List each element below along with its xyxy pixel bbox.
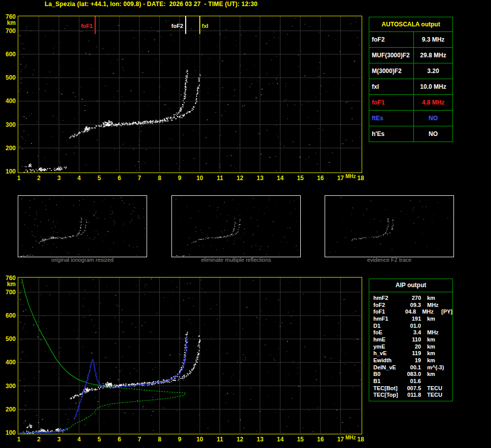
aip-param-name: foF2 (373, 302, 404, 308)
svg-text:MHz: MHz (345, 435, 356, 440)
svg-text:3: 3 (57, 436, 61, 443)
autoscala-row-label: MUF(3000)F2 (369, 48, 413, 63)
svg-text:14: 14 (277, 175, 284, 182)
aip-param-name: B1 (373, 378, 404, 384)
autoscala-row: M(3000)F23.20 (369, 63, 452, 79)
aip-row: DelN_vE00.1m^(-3) (369, 364, 452, 371)
svg-text:400: 400 (6, 359, 16, 366)
svg-text:11: 11 (217, 436, 223, 443)
aip-param-unit: km (427, 350, 447, 356)
thumbnail-ionogram-2 (171, 195, 301, 257)
svg-text:12: 12 (236, 175, 243, 182)
svg-text:17: 17 (337, 175, 344, 182)
aip-param-unit: MHz (422, 308, 440, 315)
aip-param-name: foE (373, 329, 404, 335)
thumbnail-caption: original ionogram resized (18, 257, 147, 263)
autoscala-row-label: foF1 (369, 95, 413, 110)
svg-text:600: 600 (6, 51, 16, 58)
aip-param-name: B0 (373, 371, 404, 377)
aip-param-unit: km (427, 371, 447, 377)
aip-row: B101.6 (369, 377, 452, 385)
svg-text:9: 9 (178, 175, 182, 182)
aip-param-name: hmF1 (373, 316, 404, 322)
aip-param-unit: km (427, 343, 447, 350)
svg-text:km: km (7, 281, 16, 288)
aip-row: foF104.8MHz[PY] (369, 308, 452, 315)
svg-text:500: 500 (6, 74, 16, 81)
svg-text:15: 15 (297, 436, 304, 443)
aip-param-name: Ewidth (373, 357, 404, 363)
svg-text:3: 3 (57, 175, 61, 182)
aip-param-name: foF1 (373, 308, 401, 315)
autoscala-row-value: NO (413, 126, 452, 142)
svg-text:14: 14 (277, 436, 284, 443)
aip-table-title: AIP output (369, 279, 452, 292)
aip-param-unit: TECU (427, 385, 447, 391)
autoscala-row-value: 9.3 MHz (413, 32, 452, 47)
aip-output-table: AIP output hmF2270kmfoF209.3MHzfoF104.8M… (369, 279, 453, 401)
autoscala-row-label: ftEs (369, 111, 413, 126)
aip-param-value: 00.1 (404, 364, 421, 370)
aip-table-body: hmF2270kmfoF209.3MHzfoF104.8MHz[PY]hmF11… (369, 294, 452, 398)
svg-text:km: km (7, 19, 16, 26)
svg-text:100: 100 (6, 429, 16, 436)
thumbnail-ionogram-3 (325, 195, 454, 257)
svg-text:2: 2 (37, 436, 41, 443)
autoscala-table-body: foF29.3 MHzMUF(3000)F229.8 MHzM(3000)F23… (369, 32, 452, 142)
svg-text:fxI: fxI (202, 23, 208, 29)
svg-text:17: 17 (337, 436, 344, 443)
svg-text:16: 16 (317, 436, 324, 443)
thumbnail-caption: evidence F2 trace (325, 257, 454, 263)
svg-text:200: 200 (6, 406, 16, 413)
aip-param-unit: km (427, 316, 447, 322)
aip-row: foE3.4MHz (369, 329, 452, 336)
autoscala-row-label: fxI (369, 79, 413, 94)
aip-param-unit: TECU (427, 392, 447, 398)
svg-text:300: 300 (6, 383, 16, 390)
svg-text:4: 4 (78, 175, 81, 182)
top-ionogram-plot: foF1foF2fxI760700600500400300200100km123… (0, 10, 370, 189)
svg-text:10: 10 (196, 436, 203, 443)
svg-text:11: 11 (217, 175, 223, 182)
svg-text:700: 700 (6, 27, 16, 35)
autoscala-row: MUF(3000)F229.8 MHz (369, 48, 452, 63)
svg-text:700: 700 (6, 289, 16, 296)
station-header: La_Spezia (lat: +44.1, lon: 009.8) - DAT… (45, 1, 258, 8)
aip-param-name: D1 (373, 323, 404, 329)
aip-row: B0083.0km (369, 371, 452, 378)
aip-param-unit: km (427, 357, 447, 363)
svg-text:600: 600 (6, 312, 16, 319)
aip-row: TEC[Bot]007.5TECU (369, 385, 452, 392)
aip-param-unit: km (427, 295, 447, 301)
svg-text:7: 7 (138, 175, 142, 182)
svg-text:15: 15 (297, 175, 304, 182)
thumbnail-caption: eliminate multiple reflections (171, 257, 301, 263)
aip-param-name: TEC[Top] (373, 392, 404, 398)
autoscala-table-title: AUTOSCALA output (369, 17, 452, 32)
svg-text:6: 6 (118, 436, 121, 443)
aip-row: hmE110km (369, 336, 452, 343)
aip-param-unit: m^(-3) (427, 364, 447, 370)
autoscala-window: La_Spezia (lat: +44.1, lon: 009.8) - DAT… (0, 0, 491, 448)
autoscala-output-table: AUTOSCALA output foF29.3 MHzMUF(3000)F22… (369, 17, 453, 142)
aip-param-value: 007.5 (404, 385, 421, 391)
aip-param-name: h_vE (373, 350, 404, 356)
aip-param-unit: km (427, 336, 447, 342)
aip-param-value: 3.4 (404, 329, 421, 335)
aip-row: D101.0 (369, 322, 452, 329)
autoscala-row-label: h'Es (369, 126, 413, 142)
aip-param-value: 083.0 (404, 371, 421, 377)
svg-text:5: 5 (97, 175, 101, 182)
aip-param-value: 19 (404, 357, 421, 363)
aip-row: Ewidth19km (369, 357, 452, 364)
autoscala-row: ftEsNO (369, 111, 452, 126)
aip-param-unit: MHz (427, 329, 447, 335)
svg-text:8: 8 (158, 436, 161, 443)
svg-text:foF2: foF2 (171, 23, 183, 29)
bottom-ionogram-plot: 760700600500400300200100km12345678910111… (0, 271, 370, 448)
aip-row: hmF1191km (369, 315, 452, 322)
aip-param-value: 011.8 (404, 392, 421, 398)
aip-param-extra: [PY] (441, 308, 452, 315)
svg-text:100: 100 (6, 168, 16, 175)
svg-text:7: 7 (138, 436, 142, 443)
